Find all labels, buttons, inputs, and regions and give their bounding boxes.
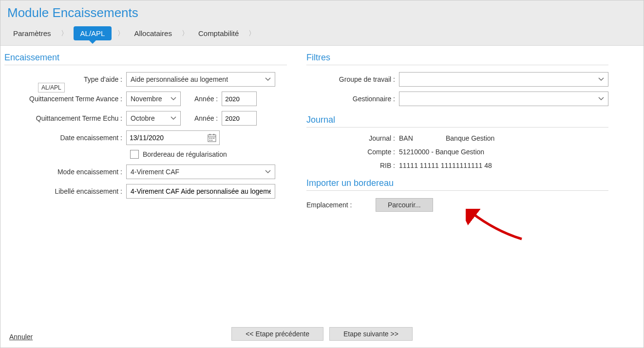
- header: Module Encaissements Paramètres 〉 AL/APL…: [0, 0, 644, 46]
- svg-rect-8: [211, 140, 212, 141]
- journal-section-title: Journal: [306, 115, 608, 128]
- chevron-right-icon: 〉: [61, 29, 68, 38]
- row-date-enc: Date encaissement :: [4, 130, 287, 145]
- mode-enc-select[interactable]: 4-Virement CAF: [126, 165, 275, 179]
- quit-avance-label: Quittancement Terme Avance :: [4, 95, 126, 103]
- rib-label: RIB :: [306, 162, 399, 169]
- journal-label: Journal :: [306, 134, 399, 142]
- groupe-travail-label: Groupe de travail :: [306, 75, 399, 83]
- quit-avance-month-value: Novembre: [131, 95, 162, 103]
- libelle-enc-label: Libellé encaissement :: [4, 187, 126, 195]
- bordereau-checkbox[interactable]: [130, 150, 139, 159]
- groupe-travail-select[interactable]: [399, 72, 608, 87]
- mode-enc-value: 4-Virement CAF: [131, 168, 179, 176]
- row-mode-enc: Mode encaissement : 4-Virement CAF: [4, 165, 287, 179]
- chevron-right-icon: 〉: [248, 29, 255, 38]
- left-column: Encaissement Type d'aide : Aide personna…: [4, 53, 287, 322]
- calendar-icon[interactable]: [208, 133, 216, 142]
- next-step-button[interactable]: Etape suivante >>: [329, 327, 413, 341]
- right-column: Filtres Groupe de travail : Gestionnaire…: [306, 53, 608, 322]
- breadcrumb-tooltip: AL/APL: [38, 83, 65, 92]
- svg-rect-5: [211, 138, 212, 139]
- chevron-right-icon: 〉: [117, 29, 124, 38]
- type-aide-value: Aide personnalisée au logement: [131, 75, 228, 83]
- content-area: Encaissement Type d'aide : Aide personna…: [0, 46, 644, 322]
- type-aide-label: Type d'aide :: [4, 75, 126, 83]
- breadcrumb-parametres[interactable]: Paramètres: [9, 27, 55, 39]
- encaissement-section-title: Encaissement: [4, 53, 287, 65]
- chevron-down-icon: [265, 77, 271, 81]
- cancel-link[interactable]: Annuler: [9, 333, 33, 341]
- row-gestionnaire: Gestionnaire :: [306, 92, 608, 106]
- footer: Annuler << Etape précédente Etape suivan…: [0, 322, 644, 348]
- compte-value: 51210000 - Banque Gestion: [399, 148, 484, 156]
- gestionnaire-select[interactable]: [399, 92, 608, 106]
- chevron-down-icon: [170, 116, 176, 120]
- quit-echu-year-input[interactable]: [222, 111, 257, 126]
- prev-step-button[interactable]: << Etape précédente: [231, 327, 323, 341]
- row-emplacement: Emplacement : Parcourir...: [306, 198, 608, 212]
- mode-enc-label: Mode encaissement :: [4, 168, 126, 176]
- row-quit-avance: Quittancement Terme Avance : Novembre An…: [4, 92, 287, 106]
- svg-rect-4: [209, 138, 210, 139]
- quit-avance-year-label: Année :: [190, 95, 222, 103]
- chevron-right-icon: 〉: [182, 29, 189, 38]
- quit-avance-year-input[interactable]: [222, 92, 257, 106]
- quit-echu-month-select[interactable]: Octobre: [126, 111, 181, 126]
- filtres-section-title: Filtres: [306, 53, 608, 65]
- breadcrumb: Paramètres 〉 AL/APL 〉 Allocataires 〉 Com…: [7, 26, 637, 40]
- date-enc-input[interactable]: [130, 134, 198, 142]
- date-enc-input-wrap[interactable]: [126, 130, 220, 145]
- quit-echu-year-label: Année :: [190, 114, 222, 122]
- journal-code: BAN: [399, 134, 446, 142]
- row-quit-echu: Quittancement Terme Echu : Octobre Année…: [4, 111, 287, 126]
- quit-echu-month-value: Octobre: [131, 114, 155, 122]
- row-journal: Journal : BAN Banque Gestion: [306, 134, 608, 142]
- chevron-down-icon: [598, 97, 604, 101]
- breadcrumb-comptabilite[interactable]: Comptabilité: [194, 27, 243, 39]
- chevron-down-icon: [170, 97, 176, 101]
- row-libelle-enc: Libellé encaissement :: [4, 184, 287, 199]
- parcourir-button[interactable]: Parcourir...: [376, 198, 433, 212]
- svg-rect-6: [213, 138, 214, 139]
- import-section-title: Importer un bordereau: [306, 178, 608, 191]
- rib-value: 11111 11111 11111111111 48: [399, 162, 492, 169]
- quit-echu-label: Quittancement Terme Echu :: [4, 114, 126, 122]
- row-bordereau: Bordereau de régularisation: [130, 150, 287, 159]
- row-compte: Compte : 51210000 - Banque Gestion: [306, 148, 608, 156]
- quit-avance-month-select[interactable]: Novembre: [126, 92, 181, 106]
- module-title: Module Encaissements: [7, 5, 637, 20]
- emplacement-label: Emplacement :: [306, 201, 370, 209]
- row-rib: RIB : 11111 11111 11111111111 48: [306, 162, 608, 169]
- chevron-down-icon: [265, 170, 271, 174]
- svg-rect-7: [209, 140, 210, 141]
- libelle-enc-input[interactable]: [126, 184, 275, 199]
- chevron-down-icon: [598, 77, 604, 81]
- compte-label: Compte :: [306, 148, 399, 156]
- type-aide-select[interactable]: Aide personnalisée au logement: [126, 72, 275, 87]
- journal-name: Banque Gestion: [446, 134, 494, 142]
- row-groupe-travail: Groupe de travail :: [306, 72, 608, 87]
- gestionnaire-label: Gestionnaire :: [306, 95, 399, 103]
- date-enc-label: Date encaissement :: [4, 134, 126, 142]
- bordereau-label: Bordereau de régularisation: [143, 150, 227, 158]
- breadcrumb-allocataires[interactable]: Allocataires: [130, 27, 176, 39]
- breadcrumb-al-apl[interactable]: AL/APL: [74, 26, 112, 40]
